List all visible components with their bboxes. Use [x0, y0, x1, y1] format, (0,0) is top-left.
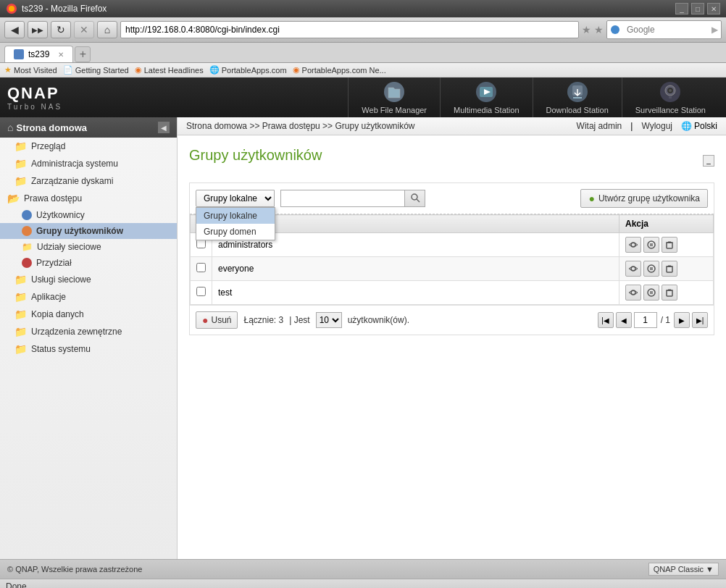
- edit-icon: [646, 240, 656, 250]
- delete-btn-administrators[interactable]: [662, 237, 677, 253]
- nav-multimedia-station[interactable]: Multimedia Station: [440, 77, 533, 117]
- multimedia-station-icon: [475, 80, 498, 104]
- view-btn-test[interactable]: [625, 285, 641, 301]
- dropdown-option-grupy-lokalne[interactable]: Grupy lokalne: [196, 208, 275, 224]
- trash-icon: [664, 240, 675, 250]
- group-search-input[interactable]: [280, 190, 405, 207]
- first-page-button[interactable]: |◀: [598, 312, 614, 328]
- sidebar-item-urzadzenia[interactable]: 📁 Urządzenia zewnętrzne: [0, 323, 177, 340]
- edit-btn-everyone[interactable]: [643, 261, 659, 277]
- share-icon: 📁: [22, 242, 33, 252]
- row-checkbox-test[interactable]: [196, 287, 206, 296]
- address-input[interactable]: [120, 21, 579, 38]
- group-search-button[interactable]: [405, 190, 425, 207]
- prev-page-button[interactable]: ◀: [616, 312, 632, 328]
- user-icon: [22, 210, 32, 220]
- group-select[interactable]: Grupy lokalne Grupy domen: [196, 190, 275, 207]
- per-page-select[interactable]: 10 25 50: [316, 312, 342, 328]
- bookmark-star[interactable]: ★: [594, 24, 604, 35]
- back-button[interactable]: ◀: [4, 21, 25, 38]
- stop-button[interactable]: ✕: [74, 21, 94, 38]
- sidebar-item-status[interactable]: 📁 Status systemu: [0, 340, 177, 358]
- home-sidebar-icon: ⌂: [7, 122, 13, 133]
- svg-point-12: [669, 89, 672, 92]
- app-wrapper: QNAP Turbo NAS Web File Manager Multimed…: [0, 77, 726, 579]
- last-page-button[interactable]: ▶|: [692, 312, 708, 328]
- content-topbar: Strona domowa >> Prawa dostępu >> Grupy …: [178, 117, 726, 135]
- bookmark-item-most-visited[interactable]: ★ Most Visited: [4, 65, 57, 75]
- active-tab[interactable]: ts239 ✕: [4, 46, 73, 62]
- home-button[interactable]: ⌂: [97, 21, 117, 38]
- page-number-input[interactable]: [634, 312, 657, 328]
- tab-close-icon[interactable]: ✕: [58, 51, 64, 59]
- new-tab-button[interactable]: +: [75, 46, 91, 62]
- sidebar-item-prawa[interactable]: 📂 Prawa dostępu: [0, 190, 177, 207]
- folder-icon-dyski: 📁: [14, 175, 27, 187]
- nav-surveillance-station[interactable]: Surveillance Station: [622, 77, 719, 117]
- svg-rect-24: [667, 290, 672, 296]
- nav-download-station[interactable]: Download Station: [533, 77, 622, 117]
- rss-icon: ◉: [135, 65, 142, 75]
- minimize-page-btn[interactable]: _: [703, 155, 714, 167]
- folder-icon-przeglad: 📁: [14, 140, 27, 152]
- search-submit-icon: ▶: [712, 25, 718, 35]
- delete-btn-test[interactable]: [662, 285, 677, 301]
- edit-btn-administrators[interactable]: [643, 237, 659, 253]
- view-btn-everyone[interactable]: [625, 261, 641, 277]
- qnap-logo: QNAP Turbo NAS: [7, 84, 62, 111]
- maximize-button[interactable]: □: [691, 3, 704, 14]
- language-selector[interactable]: 🌐 Polski: [681, 121, 717, 131]
- folder-icon-urzadzenia: 📁: [14, 326, 27, 337]
- reload-button[interactable]: ↻: [51, 21, 71, 38]
- page-frame: Grupy lokalne Grupy domen Grupy lokalne …: [189, 182, 714, 335]
- sidebar-item-uzytkownicy[interactable]: Użytkownicy: [0, 207, 177, 223]
- sidebar-toggle-button[interactable]: ◀: [158, 122, 170, 133]
- minimize-button[interactable]: _: [675, 3, 688, 14]
- sidebar-item-uslugi[interactable]: 📁 Usługi sieciowe: [0, 271, 177, 288]
- close-button[interactable]: ✕: [707, 3, 720, 14]
- sidebar-item-przeglad[interactable]: 📁 Przegląd: [0, 138, 177, 155]
- view-btn-administrators[interactable]: [625, 237, 641, 253]
- sidebar-item-aplikacje[interactable]: 📁 Aplikacje: [0, 288, 177, 306]
- sidebar-item-przydział[interactable]: Przydział: [0, 255, 177, 271]
- svg-point-14: [412, 194, 417, 200]
- security-icon: ★: [582, 24, 591, 35]
- welcome-text: Witaj admin: [577, 121, 622, 131]
- trash-icon: [664, 264, 675, 274]
- qnap-logo-text: QNAP: [7, 84, 62, 103]
- bookmark-item-headlines[interactable]: ◉ Latest Headlines: [135, 65, 204, 75]
- create-group-button[interactable]: ● Utwórz grupę użytkownika: [580, 189, 708, 208]
- topbar-right: Witaj admin | Wyloguj 🌐 Polski: [577, 121, 717, 131]
- sidebar-item-udzialy[interactable]: 📁 Udziały sieciowe: [0, 239, 177, 255]
- bookmark-item-getting-started[interactable]: 📄 Getting Started: [63, 65, 129, 75]
- quota-icon: [22, 258, 32, 268]
- group-type-dropdown[interactable]: Grupy lokalne Grupy domen Grupy lokalne …: [196, 190, 275, 207]
- qnap-classic-button[interactable]: QNAP Classic ▼: [648, 563, 719, 576]
- delete-icon: ●: [202, 314, 208, 326]
- forward-button[interactable]: ▶▶: [28, 21, 48, 38]
- surveillance-station-icon: [659, 80, 682, 104]
- bookmark-item-portableapps2[interactable]: ◉ PortableApps.com Ne...: [293, 65, 386, 75]
- sidebar-item-dyski[interactable]: 📁 Zarządzanie dyskami: [0, 172, 177, 190]
- bookmark-item-portableapps[interactable]: 🌐 PortableApps.com: [209, 65, 287, 75]
- delete-button[interactable]: ● Usuń: [196, 311, 238, 329]
- sidebar-item-grupy[interactable]: Grupy użytkowników: [0, 223, 177, 239]
- browser-search-input[interactable]: [622, 21, 709, 38]
- tab-title: ts239: [28, 49, 49, 59]
- sidebar-item-administracja[interactable]: 📁 Administracja systemu: [0, 155, 177, 172]
- logout-link[interactable]: Wyloguj: [641, 121, 672, 131]
- edit-btn-test[interactable]: [643, 285, 659, 301]
- action-icons-everyone: [625, 261, 707, 277]
- sidebar-item-kopia[interactable]: 📁 Kopia danych: [0, 306, 177, 323]
- group-name-test: test: [212, 281, 619, 305]
- svg-line-15: [417, 199, 420, 202]
- eye-icon: [628, 240, 638, 250]
- rss-icon2: ◉: [293, 65, 300, 75]
- next-page-button[interactable]: ▶: [674, 312, 690, 328]
- delete-btn-everyone[interactable]: [662, 261, 677, 277]
- row-checkbox-everyone[interactable]: [196, 263, 206, 272]
- qnap-header: QNAP Turbo NAS Web File Manager Multimed…: [0, 77, 726, 117]
- svg-point-1: [9, 6, 14, 12]
- dropdown-option-grupy-domen[interactable]: Grupy domen: [196, 224, 275, 240]
- nav-web-file-manager[interactable]: Web File Manager: [348, 77, 440, 117]
